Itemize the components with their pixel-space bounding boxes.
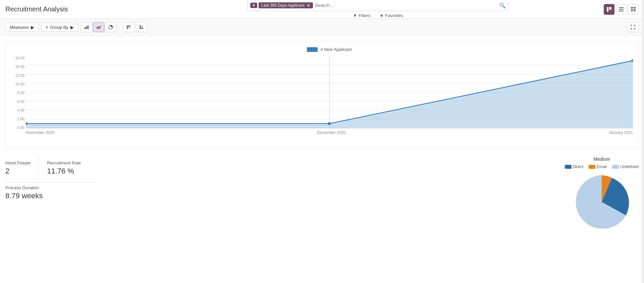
legend-direct: Direct bbox=[565, 164, 583, 169]
pie-chart-button[interactable] bbox=[105, 22, 116, 32]
group-by-icon: ≡ bbox=[46, 25, 48, 29]
direct-color bbox=[565, 165, 572, 169]
svg-rect-3 bbox=[619, 9, 624, 10]
rate-stat: Recruitment Rate 11.76 % bbox=[47, 156, 89, 180]
search-icon[interactable]: 🔍 bbox=[499, 2, 506, 9]
measures-button[interactable]: Measures ▶ bbox=[5, 23, 39, 32]
svg-rect-7 bbox=[631, 9, 633, 10]
filter-icon: ▼ bbox=[353, 13, 357, 18]
svg-rect-11 bbox=[85, 27, 86, 29]
svg-rect-20 bbox=[140, 28, 142, 29]
star-icon: ★ bbox=[380, 13, 384, 18]
legend-label: # New Applicant bbox=[320, 47, 352, 52]
stats-row-1: Hired Poeple 2 Recruitment Rate 11.76 % bbox=[5, 156, 97, 180]
svg-rect-0 bbox=[607, 7, 608, 12]
medium-section: Medium Direct Email Undefined bbox=[565, 156, 639, 232]
svg-rect-9 bbox=[631, 10, 633, 11]
duration-value: 8.79 weeks bbox=[5, 192, 97, 200]
view-buttons bbox=[604, 4, 639, 15]
favorites-button[interactable]: ★ Favorites bbox=[378, 12, 405, 19]
svg-rect-6 bbox=[634, 7, 636, 8]
search-input[interactable] bbox=[315, 3, 496, 8]
duration-label: Process Duration bbox=[5, 185, 97, 190]
scrollbar[interactable] bbox=[641, 0, 644, 282]
rate-value: 11.76 % bbox=[47, 167, 81, 175]
svg-rect-15 bbox=[127, 28, 128, 29]
group-by-button[interactable]: ≡ Group By ▶ bbox=[41, 23, 78, 32]
filter-tag[interactable]: Last 365 Days Applicant ✕ bbox=[259, 2, 313, 8]
y-axis-labels: 16.00 14.00 12.00 10.00 8.00 6.00 4.00 2… bbox=[9, 56, 24, 130]
sort-buttons bbox=[123, 22, 147, 32]
x-label-nov: November 2020 bbox=[26, 130, 54, 135]
header: Recruitment Analysis ▼ Last 365 Days App… bbox=[0, 0, 644, 19]
chart-point-dec bbox=[328, 122, 331, 125]
sort-asc-button[interactable] bbox=[123, 22, 135, 32]
filter-tag-close-icon[interactable]: ✕ bbox=[307, 3, 310, 8]
svg-rect-4 bbox=[619, 11, 624, 11]
main-content: # New Applicant 16.00 14.00 12.00 10.00 … bbox=[0, 36, 644, 282]
svg-rect-17 bbox=[127, 25, 129, 26]
stats-section: Hired Poeple 2 Recruitment Rate 11.76 % … bbox=[5, 156, 97, 200]
legend-undefined: Undefined bbox=[612, 164, 639, 169]
duration-row: Process Duration 8.79 weeks bbox=[5, 182, 97, 200]
hired-stat: Hired Poeple 2 bbox=[5, 156, 39, 180]
chart-container: # New Applicant 16.00 14.00 12.00 10.00 … bbox=[5, 41, 639, 148]
x-axis-labels: November 2020 December 2020 January 2021 bbox=[26, 130, 633, 135]
undefined-color bbox=[612, 165, 619, 169]
svg-rect-18 bbox=[140, 25, 141, 26]
email-label: Email bbox=[597, 164, 607, 169]
rate-label: Recruitment Rate bbox=[47, 160, 81, 165]
group-by-label: Group By bbox=[50, 25, 68, 30]
group-by-chevron-icon: ▶ bbox=[70, 25, 74, 30]
chart-type-buttons bbox=[81, 22, 116, 32]
bottom-section: Hired Poeple 2 Recruitment Rate 11.76 % … bbox=[5, 156, 639, 232]
hired-label: Hired Poeple bbox=[5, 160, 31, 165]
svg-rect-12 bbox=[86, 26, 87, 29]
chart-svg bbox=[26, 56, 633, 130]
favorites-label: Favorites bbox=[385, 13, 403, 18]
filters-label: Filters bbox=[359, 13, 370, 18]
bar-chart-button[interactable] bbox=[81, 22, 92, 32]
pivot-view-button[interactable] bbox=[628, 4, 639, 15]
undefined-label: Undefined bbox=[620, 164, 639, 169]
legend-email: Email bbox=[589, 164, 607, 169]
search-bar: ▼ Last 365 Days Applicant ✕ 🔍 bbox=[247, 0, 509, 11]
measures-chevron-icon: ▶ bbox=[31, 25, 34, 30]
email-color bbox=[589, 165, 595, 169]
filters-button[interactable]: ▼ Filters bbox=[351, 12, 372, 19]
sort-desc-button[interactable] bbox=[136, 22, 147, 32]
list-view-button[interactable] bbox=[616, 4, 627, 15]
measures-label: Measures bbox=[10, 25, 29, 30]
chart-area: 16.00 14.00 12.00 10.00 8.00 6.00 4.00 2… bbox=[26, 56, 633, 136]
svg-rect-16 bbox=[127, 27, 128, 28]
chart-legend: # New Applicant bbox=[26, 47, 633, 52]
filter-row: ▼ Filters ★ Favorites bbox=[247, 12, 509, 19]
medium-legend: Direct Email Undefined bbox=[565, 164, 639, 169]
kanban-view-button[interactable] bbox=[604, 4, 614, 15]
svg-rect-19 bbox=[140, 26, 141, 27]
svg-rect-5 bbox=[631, 7, 633, 8]
toolbar: Measures ▶ ≡ Group By ▶ bbox=[0, 19, 644, 36]
page-title: Recruitment Analysis bbox=[5, 5, 68, 13]
svg-rect-1 bbox=[609, 7, 611, 10]
filter-tag-label: Last 365 Days Applicant bbox=[261, 3, 305, 8]
medium-pie-chart bbox=[568, 172, 635, 232]
direct-label: Direct bbox=[573, 164, 583, 169]
filter-tag-icon: ▼ bbox=[250, 3, 257, 8]
hired-value: 2 bbox=[5, 167, 31, 175]
svg-rect-13 bbox=[88, 25, 89, 29]
expand-button[interactable] bbox=[627, 22, 639, 32]
legend-color-swatch bbox=[307, 47, 318, 52]
svg-rect-8 bbox=[634, 9, 636, 10]
svg-rect-2 bbox=[619, 7, 624, 8]
x-label-dec: December 2020 bbox=[317, 130, 346, 135]
x-label-jan: January 2021 bbox=[608, 130, 633, 135]
area-chart-button[interactable] bbox=[93, 22, 104, 32]
medium-title: Medium bbox=[593, 156, 610, 162]
svg-rect-10 bbox=[634, 10, 636, 11]
search-area: ▼ Last 365 Days Applicant ✕ 🔍 ▼ Filters … bbox=[247, 0, 509, 19]
